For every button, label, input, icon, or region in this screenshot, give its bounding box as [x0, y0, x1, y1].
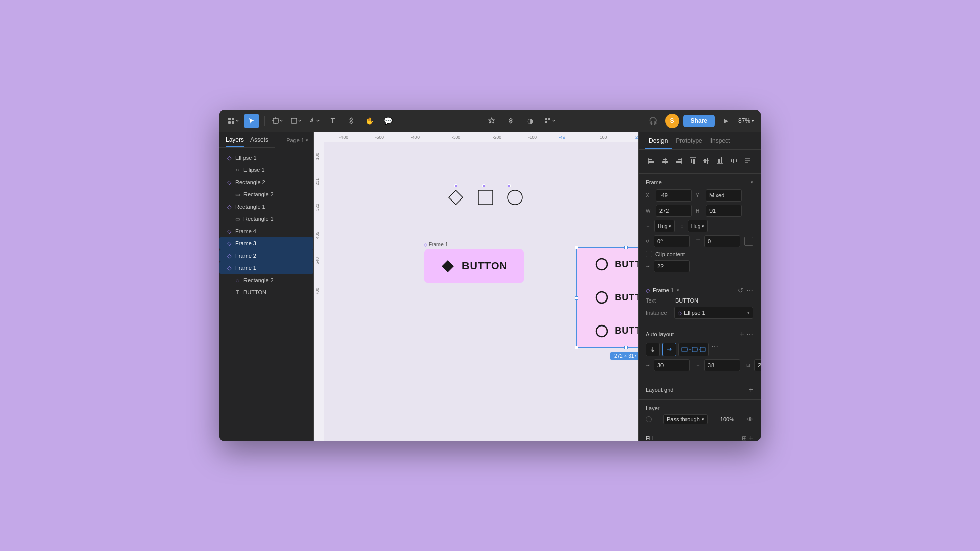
fill-section: Fill ⊞ + F2BFFF 100% ?	[639, 430, 761, 441]
add-auto-layout[interactable]: +	[740, 330, 744, 339]
corner-input[interactable]	[704, 235, 740, 247]
w-input[interactable]	[656, 205, 692, 217]
layer-label: Rectangle 2	[243, 191, 274, 197]
svg-rect-2	[228, 121, 231, 124]
select-tool[interactable]	[244, 114, 259, 128]
handle-dot	[454, 184, 457, 187]
align-center-v[interactable]	[701, 155, 713, 166]
al-direction-right[interactable]	[662, 343, 676, 356]
auto-layout-header: Auto layout + ⋯	[646, 330, 753, 339]
button-row-2[interactable]: BUTTON	[577, 281, 638, 314]
reset-icon[interactable]: ↺	[738, 287, 743, 294]
pen-tool[interactable]	[307, 114, 322, 128]
pink-button-frame[interactable]: BUTTON	[424, 249, 524, 283]
spacing-input[interactable]	[654, 260, 690, 272]
wh-row: W H	[646, 205, 753, 217]
layer-item-frame1-rect2[interactable]: ◇ Rectangle 2	[219, 274, 313, 286]
al-gap-v-input[interactable]	[704, 359, 740, 371]
layer-item-rect1-group[interactable]: ◇ Rectangle 1	[219, 201, 313, 213]
tab-prototype[interactable]: Prototype	[672, 132, 706, 149]
rect-icon: ◇	[234, 277, 241, 284]
tab-inspect[interactable]: Inspect	[706, 132, 734, 149]
user-avatar[interactable]: S	[665, 114, 679, 128]
more-align[interactable]	[742, 155, 753, 166]
share-button[interactable]: Share	[683, 115, 715, 127]
al-direction-down[interactable]	[646, 343, 660, 356]
canvas-content: ◇ Frame 1 BUTTON	[324, 142, 638, 441]
layer-item-ellipse1-child[interactable]: ○ Ellipse 1	[219, 164, 313, 176]
layer-item-ellipse1-group[interactable]: ◇ Ellipse 1	[219, 152, 313, 164]
tab-assets[interactable]: Assets	[250, 136, 268, 147]
layer-item-rect2-group[interactable]: ◇ Rectangle 2	[219, 176, 313, 188]
button-row-1[interactable]: BUTTON	[577, 248, 638, 281]
al-spacing-visual[interactable]	[678, 343, 709, 356]
component-tool[interactable]	[344, 114, 359, 128]
multi-button-frame-container[interactable]: BUTTON BUTTON BUTTON	[576, 247, 638, 348]
button-row-3[interactable]: BUTTON	[577, 314, 638, 347]
more-auto-layout[interactable]: ⋯	[746, 330, 753, 338]
distribute-h[interactable]	[728, 155, 740, 166]
pink-button-label: BUTTON	[462, 260, 507, 272]
frame-tool[interactable]	[270, 114, 285, 128]
canvas-area[interactable]: -400 -500 -400 -300 -200 -100 -49 100 22…	[314, 132, 638, 441]
visibility-toggle[interactable]: 👁	[747, 416, 753, 423]
layer-item-frame1-button[interactable]: T BUTTON	[219, 286, 313, 298]
hand-tool[interactable]: ✋	[362, 114, 377, 128]
svg-rect-35	[721, 157, 722, 163]
more-icon[interactable]: ⋯	[746, 286, 753, 294]
add-layout-grid[interactable]: +	[749, 385, 753, 394]
styles-1[interactable]	[484, 114, 499, 128]
al-gap-h-input[interactable]	[654, 359, 690, 371]
opacity-value: 100%	[720, 416, 734, 422]
diamond-icon	[440, 259, 455, 273]
zoom-indicator[interactable]: 87% ▾	[738, 117, 754, 124]
align-left[interactable]	[646, 155, 657, 166]
svg-rect-13	[545, 121, 547, 123]
rotation-input[interactable]	[654, 235, 690, 247]
x-input[interactable]	[656, 189, 692, 202]
al-padding-input[interactable]	[754, 359, 761, 371]
play-button[interactable]: ▶	[719, 114, 734, 128]
al-gap-icon: ⇥	[646, 363, 650, 368]
left-panel: Layers Assets Page 1 ▾ ◇ Ellipse 1 ○ Ell…	[219, 132, 314, 441]
text-tool[interactable]: T	[325, 114, 340, 128]
toolbar-left: T ✋ 💬	[226, 114, 396, 128]
component-icon: ◇	[226, 203, 233, 210]
hug-x-btn[interactable]: Hug ▾	[654, 220, 675, 232]
menu-tool[interactable]	[226, 114, 241, 128]
layer-item-frame1[interactable]: ◇ Frame 1	[219, 262, 313, 274]
corner-type-btn[interactable]	[744, 237, 753, 246]
align-bottom[interactable]	[714, 155, 726, 166]
styles-3[interactable]: ◑	[523, 114, 538, 128]
styles-4[interactable]	[542, 114, 557, 128]
layer-item-frame3[interactable]: ◇ Frame 3	[219, 237, 313, 249]
main-area: Layers Assets Page 1 ▾ ◇ Ellipse 1 ○ Ell…	[219, 132, 761, 441]
layer-item-frame2[interactable]: ◇ Frame 2	[219, 249, 313, 262]
tab-design[interactable]: Design	[645, 132, 672, 149]
pass-through-dropdown[interactable]: Pass through ▾	[663, 414, 708, 424]
al-more[interactable]: ⋯	[711, 343, 718, 356]
toolbar-center: ◑	[400, 114, 642, 128]
layout-grid-title: Layout grid	[646, 387, 673, 393]
headphones-icon[interactable]: 🎧	[646, 114, 661, 128]
svg-rect-34	[718, 159, 720, 163]
add-fill[interactable]: +	[749, 434, 753, 441]
align-right[interactable]	[673, 155, 685, 166]
layer-item-rect2-child[interactable]: ▭ Rectangle 2	[219, 188, 313, 201]
shape-tool[interactable]	[288, 114, 304, 128]
styles-2[interactable]	[503, 114, 519, 128]
h-input[interactable]	[706, 205, 742, 217]
align-center-h[interactable]	[659, 155, 671, 166]
align-top[interactable]	[687, 155, 699, 166]
y-input[interactable]	[706, 189, 742, 202]
fill-grid-icon[interactable]: ⊞	[742, 435, 747, 441]
instance-select[interactable]: ◇ Ellipse 1 ▾	[674, 307, 753, 319]
page-indicator[interactable]: Page 1 ▾	[281, 134, 313, 146]
hug-y-btn[interactable]: Hug ▾	[688, 220, 708, 232]
layer-item-rect1-child[interactable]: ▭ Rectangle 1	[219, 213, 313, 225]
comment-tool[interactable]: 💬	[380, 114, 396, 128]
layer-item-frame4[interactable]: ◇ Frame 4	[219, 225, 313, 237]
clip-checkbox[interactable]	[646, 251, 652, 257]
tab-layers[interactable]: Layers	[226, 136, 244, 147]
frame-icon: ◇	[226, 264, 233, 271]
